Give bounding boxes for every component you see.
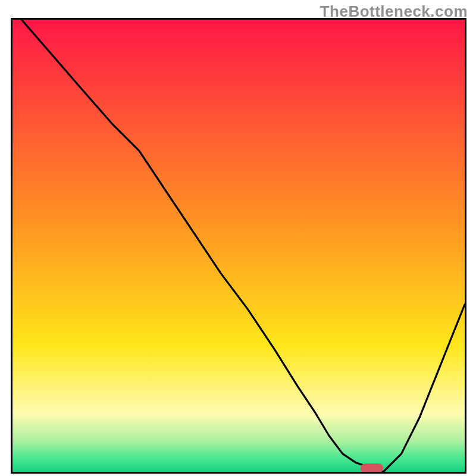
curve-layer (12, 20, 465, 472)
flat-bottom-marker (361, 464, 383, 472)
plot-inner (12, 20, 465, 472)
chart-frame: TheBottleneck.com (0, 0, 476, 476)
bottleneck-curve (21, 20, 465, 472)
plot-box (11, 18, 466, 474)
